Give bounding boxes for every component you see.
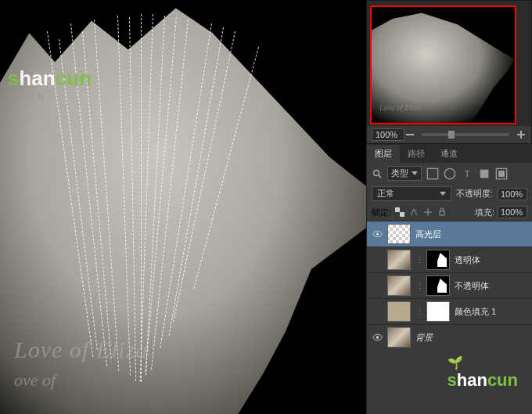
filter-adjustment-icon[interactable]: [444, 168, 456, 179]
svg-point-16: [376, 336, 379, 339]
navigator-view-frame[interactable]: [370, 5, 516, 124]
filter-shape-icon[interactable]: [478, 168, 491, 179]
layer-mask-thumbnail[interactable]: [426, 301, 450, 322]
tab-channels[interactable]: 通道: [433, 145, 466, 163]
tab-paths[interactable]: 路径: [400, 145, 433, 163]
chevron-down-icon: [440, 192, 446, 196]
search-icon[interactable]: [372, 168, 383, 179]
zoom-out-icon[interactable]: [404, 129, 415, 140]
zoom-value[interactable]: 100%: [372, 128, 404, 141]
site-watermark-corner: 🌱 shancun: [448, 355, 519, 391]
layer-row[interactable]: 高光层: [367, 221, 532, 247]
svg-rect-9: [498, 171, 505, 177]
filter-text-icon[interactable]: T: [461, 168, 473, 179]
layer-thumbnail[interactable]: [387, 275, 411, 296]
layer-row[interactable]: ⋮ 透明体: [367, 247, 532, 272]
lock-all-icon[interactable]: [437, 207, 448, 218]
svg-rect-2: [520, 131, 522, 139]
layer-mask-thumbnail[interactable]: [426, 275, 450, 296]
fill-value[interactable]: 100%: [498, 206, 527, 218]
opacity-label: 不透明度:: [456, 188, 493, 200]
panel-tabs: 图层 路径 通道: [367, 144, 532, 163]
lock-transparency-icon[interactable]: [394, 207, 405, 218]
layer-filter-row: 类型 T: [367, 163, 532, 184]
visibility-icon[interactable]: [372, 280, 383, 291]
visibility-icon[interactable]: [372, 229, 383, 239]
layer-name[interactable]: 不透明体: [455, 280, 527, 292]
lock-pixels-icon[interactable]: [408, 207, 419, 218]
svg-rect-10: [395, 207, 400, 212]
site-watermark: shancun 山村 素材: [8, 67, 92, 102]
visibility-icon[interactable]: [372, 332, 383, 343]
svg-rect-7: [480, 169, 489, 178]
image-watermark-text-2: ove of: [14, 370, 56, 391]
layer-name[interactable]: 背景: [415, 332, 527, 344]
filter-smart-icon[interactable]: [495, 168, 508, 179]
svg-point-14: [376, 232, 379, 236]
zoom-slider[interactable]: [422, 133, 509, 136]
navigator-panel: Love of Eliza 100%: [366, 0, 532, 144]
layer-row[interactable]: ⋮ 不透明体: [367, 272, 532, 298]
visibility-icon[interactable]: [372, 254, 383, 265]
layer-name[interactable]: 透明体: [455, 254, 527, 266]
layer-thumbnail[interactable]: [387, 250, 411, 270]
visibility-icon[interactable]: [372, 306, 383, 317]
lock-label: 锁定:: [372, 207, 391, 218]
mask-link-icon[interactable]: ⋮: [415, 281, 422, 291]
svg-line-4: [379, 175, 381, 178]
lock-position-icon[interactable]: [422, 207, 433, 218]
filter-pixel-icon[interactable]: [426, 168, 439, 179]
zoom-in-icon[interactable]: [516, 129, 527, 140]
svg-point-3: [374, 170, 379, 175]
mask-link-icon[interactable]: ⋮: [415, 255, 422, 265]
zoom-slider-thumb[interactable]: [448, 131, 455, 139]
filter-kind-select[interactable]: 类型: [387, 166, 422, 181]
layer-row[interactable]: 背景: [367, 324, 532, 350]
svg-rect-12: [440, 211, 444, 215]
svg-rect-5: [427, 168, 437, 178]
svg-rect-11: [400, 212, 404, 217]
lock-row: 锁定: 填充: 100%: [367, 203, 532, 221]
blend-mode-select[interactable]: 正常: [372, 186, 451, 201]
layer-thumbnail[interactable]: [387, 224, 411, 244]
canvas-area[interactable]: Love of Eliza ove of shancun 山村 素材: [0, 0, 366, 414]
layer-name[interactable]: 颜色填充 1: [455, 306, 527, 318]
chevron-down-icon: [412, 171, 418, 175]
opacity-value[interactable]: 100%: [498, 188, 527, 200]
blend-mode-row: 正常 不透明度: 100%: [367, 184, 532, 203]
image-watermark-text: Love of Eliza: [14, 337, 148, 363]
layer-name[interactable]: 高光层: [415, 229, 527, 240]
layers-list: 高光层 ⋮ 透明体 ⋮ 不透明体 ⋮ 颜色填充 1 背景: [367, 221, 532, 350]
layer-thumbnail[interactable]: [387, 327, 411, 347]
fill-label: 填充:: [475, 207, 494, 218]
mask-link-icon[interactable]: ⋮: [415, 307, 422, 317]
svg-rect-0: [406, 134, 414, 135]
layer-row[interactable]: ⋮ 颜色填充 1: [367, 298, 532, 324]
svg-point-6: [444, 168, 455, 178]
layer-thumbnail[interactable]: [387, 301, 411, 322]
tab-layers[interactable]: 图层: [367, 145, 400, 163]
layer-mask-thumbnail[interactable]: [426, 250, 450, 270]
